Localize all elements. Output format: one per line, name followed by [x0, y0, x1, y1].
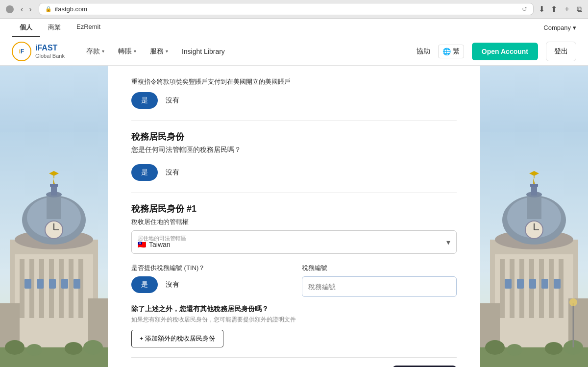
bg-left — [0, 66, 108, 367]
lang-label: 繁 — [453, 47, 460, 56]
second-yes-no-group: 是 沒有 — [131, 164, 457, 181]
browser-window-btn[interactable] — [6, 5, 14, 13]
svg-rect-19 — [49, 279, 56, 289]
svg-rect-37 — [500, 259, 505, 318]
svg-point-31 — [26, 344, 42, 356]
building-illustration-right — [480, 132, 588, 367]
refresh-icon[interactable]: ↺ — [522, 5, 527, 13]
download-icon[interactable]: ⬇ — [539, 4, 545, 14]
tin-question-col: 是否提供稅務編號 (TIN)？ 是 沒有 — [131, 264, 286, 297]
url-text: ifastgb.com — [55, 5, 87, 13]
logo[interactable]: iF iFAST Global Bank — [12, 42, 65, 61]
nav-service[interactable]: 服務 ▾ — [144, 43, 174, 60]
logo-icon: iF — [12, 42, 31, 61]
logo-text: iFAST Global Bank — [35, 43, 65, 59]
jurisdiction-label: 稅收居住地的管轄權 — [131, 218, 457, 226]
top-nav-right: Company ▾ — [543, 24, 576, 31]
page-content: 重複指令將款項從奕豐賬戶支付到在美國開立的美國賬戶 是 沒有 稅務居民身份 您是… — [0, 66, 588, 367]
top-nav-tab-ezremit[interactable]: EzRemit — [69, 19, 108, 37]
svg-point-33 — [83, 340, 103, 355]
jurisdiction-dropdown[interactable]: 居住地的司法管轄區 🇹🇼 Taiwan ▾ — [131, 230, 457, 254]
svg-point-32 — [65, 342, 82, 355]
svg-rect-16 — [50, 184, 58, 187]
svg-point-30 — [5, 340, 24, 355]
main-header: iF iFAST Global Bank 存款 ▾ 轉賬 ▾ 服務 ▾ Insi… — [0, 37, 588, 66]
svg-point-69 — [569, 298, 577, 306]
browser-window-controls — [6, 5, 14, 13]
svg-rect-52 — [517, 279, 524, 289]
additional-section: 除了上述之外，您還有其他稅務居民身份嗎？ 如果您有額外的稅收居民身份，您可能需要… — [131, 305, 457, 347]
first-yes-no-group: 是 沒有 — [131, 92, 457, 109]
address-bar[interactable]: 🔒 ifastgb.com ↺ — [39, 3, 534, 15]
svg-rect-51 — [505, 279, 512, 289]
forward-button[interactable]: › — [27, 4, 33, 15]
tax-residence-1-title: 稅務居民身份 #1 — [131, 203, 457, 215]
new-tab-icon[interactable]: ＋ — [563, 4, 571, 14]
add-residency-button[interactable]: + 添加額外的稅收居民身份 — [131, 330, 223, 347]
svg-rect-55 — [554, 279, 561, 289]
chevron-down-icon: ▾ — [573, 24, 576, 31]
chevron-icon: ▾ — [166, 49, 168, 54]
svg-rect-50 — [530, 184, 538, 187]
tin-input-col: 稅務編號 — [302, 264, 457, 297]
top-nav-tab-personal[interactable]: 個人 — [12, 19, 40, 37]
svg-point-66 — [545, 342, 563, 355]
chevron-down-icon: ▾ — [446, 238, 450, 247]
first-yes-button[interactable]: 是 — [131, 92, 158, 109]
help-button[interactable]: 協助 — [416, 47, 430, 56]
form-area: 重複指令將款項從奕豐賬戶支付到在美國開立的美國賬戶 是 沒有 稅務居民身份 您是… — [108, 66, 480, 367]
tin-yes-no-group: 是 沒有 — [131, 276, 286, 293]
tabs-icon[interactable]: ⧉ — [577, 4, 582, 14]
logout-button[interactable]: 登出 — [546, 42, 576, 61]
jurisdiction-dropdown-wrapper: 居住地的司法管轄區 🇹🇼 Taiwan ▾ — [131, 230, 457, 254]
svg-rect-42 — [549, 259, 554, 318]
svg-rect-3 — [20, 259, 24, 318]
top-nav-tab-business[interactable]: 商業 — [40, 19, 69, 37]
back-button[interactable]: ‹ — [19, 4, 25, 15]
svg-rect-20 — [61, 279, 68, 289]
bg-right — [480, 66, 588, 367]
language-button[interactable]: 🌐 繁 — [438, 45, 464, 58]
tin-question-label: 是否提供稅務編號 (TIN)？ — [131, 264, 286, 272]
jurisdiction-dropdown-label: 居住地的司法管轄區 — [138, 235, 186, 242]
svg-rect-47 — [527, 195, 541, 219]
logo-name: iFAST — [35, 43, 65, 52]
browser-navigation: ‹ › — [19, 4, 34, 15]
additional-title: 除了上述之外，您還有其他稅務居民身份嗎？ — [131, 305, 457, 314]
second-yes-button[interactable]: 是 — [131, 164, 158, 181]
instruction-text: 重複指令將款項從奕豐賬戶支付到在美國開立的美國賬戶 — [131, 77, 457, 86]
nav-insight[interactable]: Insight Library — [176, 44, 231, 59]
tax-residence-question: 您是任何司法管轄區的稅務居民嗎？ — [131, 146, 457, 154]
header-right: 協助 🌐 繁 Open Account 登出 — [416, 42, 576, 61]
svg-rect-49 — [531, 186, 537, 196]
top-nav: 個人 商業 EzRemit Company ▾ — [0, 19, 588, 37]
tin-yes-button[interactable]: 是 — [131, 276, 158, 293]
nav-transfer[interactable]: 轉賬 ▾ — [112, 43, 142, 60]
share-icon[interactable]: ⬆ — [551, 4, 557, 14]
svg-rect-18 — [37, 279, 44, 289]
tin-row: 是否提供稅務編號 (TIN)？ 是 沒有 稅務編號 — [131, 264, 457, 297]
first-no-button[interactable]: 沒有 — [164, 92, 181, 109]
tax-residence-title: 稅務居民身份 — [131, 131, 457, 143]
svg-rect-13 — [47, 195, 61, 219]
top-nav-tabs: 個人 商業 EzRemit — [12, 19, 108, 37]
open-account-button[interactable]: Open Account — [472, 43, 538, 60]
tin-no-button[interactable]: 沒有 — [164, 276, 181, 293]
chevron-icon: ▾ — [134, 49, 136, 54]
browser-chrome: ‹ › 🔒 ifastgb.com ↺ ⬇ ⬆ ＋ ⧉ — [0, 0, 588, 19]
tin-section-label: 稅務編號 — [302, 264, 457, 272]
browser-actions: ⬇ ⬆ ＋ ⧉ — [539, 4, 582, 14]
add-residency-label: + 添加額外的稅收居民身份 — [140, 334, 215, 343]
lock-icon: 🔒 — [45, 6, 52, 12]
building-illustration-left — [0, 132, 108, 367]
divider-1 — [131, 121, 457, 121]
second-no-button[interactable]: 沒有 — [164, 164, 181, 181]
svg-rect-17 — [24, 279, 31, 289]
svg-point-64 — [485, 340, 505, 355]
chevron-icon: ▾ — [102, 49, 104, 54]
nav-deposit[interactable]: 存款 ▾ — [80, 43, 110, 60]
tax-id-input[interactable] — [302, 276, 457, 297]
divider-2 — [131, 193, 457, 193]
main-nav: 存款 ▾ 轉賬 ▾ 服務 ▾ Insight Library — [80, 43, 231, 60]
company-dropdown[interactable]: Company ▾ — [543, 24, 576, 31]
